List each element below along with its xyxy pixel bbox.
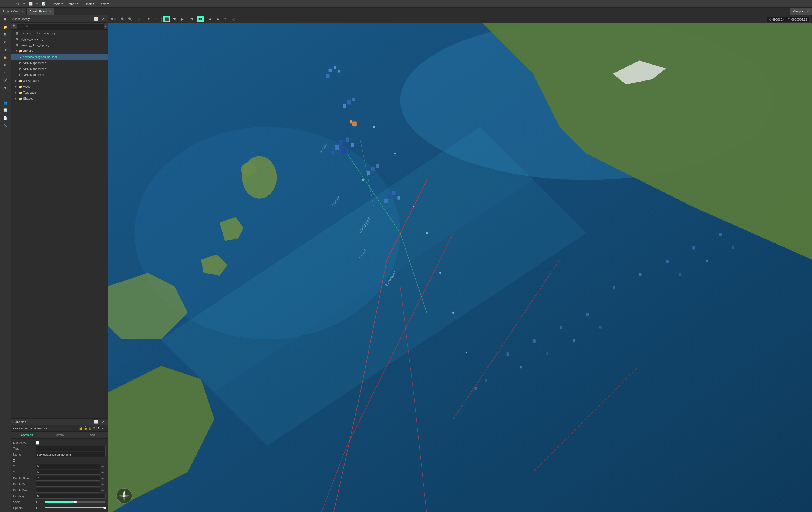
tab-logs[interactable]: Logs [75, 431, 108, 438]
props-maximize[interactable]: ⬜ [93, 419, 99, 425]
lock-icon[interactable]: 🔒 [79, 426, 83, 430]
vp-settings-btn[interactable]: ⚙ ▾ [110, 16, 117, 22]
trash-icon[interactable]: 🗑 [89, 427, 91, 430]
tags-input[interactable] [36, 446, 106, 451]
icon-plus[interactable]: + [1, 92, 9, 99]
icon-chart[interactable]: 📊 [1, 107, 9, 114]
icon-assets[interactable]: 📁 [1, 24, 9, 31]
tab-common[interactable]: Common [11, 431, 43, 438]
action-close[interactable]: ✕ [105, 79, 107, 82]
dot-btn1[interactable]: ● [207, 16, 213, 22]
map-canvas[interactable]: Europipe II Europipe I Statpipe Zeepipe … [108, 23, 812, 512]
back-icon[interactable]: ↩ [2, 1, 7, 7]
tab-close-asset[interactable]: ✕ [49, 10, 51, 13]
tab-project-view[interactable]: Project View ✕ [0, 7, 27, 15]
icon-doc[interactable]: 📄 [1, 115, 9, 121]
depth-max-input[interactable] [36, 488, 100, 492]
tree-item-textlayer[interactable]: ▶ 📁 Text Layer + ✕ [11, 90, 108, 95]
search-input[interactable] [17, 24, 104, 29]
mode-3d-btn[interactable]: 3D [197, 16, 204, 22]
expand-icon: ▶ [15, 79, 18, 82]
action-add[interactable]: + [103, 79, 104, 82]
settings-icon[interactable]: ⚙ [93, 426, 95, 430]
nav-btn2[interactable]: ↑ [153, 16, 160, 22]
panel-maximize[interactable]: ⬜ [93, 16, 99, 22]
action-close[interactable]: ✕ [105, 97, 107, 100]
props-close[interactable]: ✕ [100, 419, 106, 425]
heading-input[interactable] [36, 494, 106, 499]
tab-viewport[interactable]: Viewport ✕ [790, 7, 812, 15]
opacity-track [45, 507, 106, 509]
create-menu[interactable]: Create ▾ [50, 1, 65, 7]
opacity-thumb[interactable] [104, 507, 106, 509]
tree-item-wells[interactable]: ▶ 📁 Wells ⬧ + ✕ [11, 84, 108, 90]
action-add[interactable]: + [103, 50, 104, 52]
fit-btn[interactable]: ⊞ [135, 16, 142, 22]
forward-icon[interactable]: ↪ [8, 1, 14, 7]
copy-icon[interactable]: ⬜ [28, 1, 33, 7]
depth-offset-input[interactable] [36, 476, 100, 481]
tree-item-npd[interactable]: 🖼 NPD Mapserver [11, 72, 108, 78]
tree-item-shapes[interactable]: ▶ 📁 Shapes + ✕ [11, 95, 108, 101]
zoom-out-btn[interactable]: 🔍- [120, 16, 127, 22]
scale-thumb[interactable] [74, 501, 77, 503]
tree-item-3dsurfaces[interactable]: ▶ 📁 3D Surfaces + ✕ [11, 78, 108, 84]
icon-link[interactable]: 🔗 [1, 77, 9, 84]
tree-item-reservoir[interactable]: 🖼 reservoir_texture.copy.png [11, 30, 108, 36]
icon-tools[interactable]: 🔧 [1, 122, 9, 129]
dropdown-icon[interactable]: ▾ [105, 25, 106, 28]
action-close[interactable]: ✕ [105, 91, 107, 94]
mode-2d-btn[interactable]: 2D [189, 16, 196, 22]
dot-btn2[interactable]: ● [214, 16, 222, 22]
edit-icon[interactable]: ✏ [34, 1, 40, 7]
tab-close-project[interactable]: ✕ [22, 10, 24, 13]
more-button[interactable]: More [96, 427, 103, 430]
play-btn[interactable]: ▶ [179, 16, 186, 22]
tree-item-drawing[interactable]: 🖼 drawing_clear_big.png [11, 42, 108, 48]
lock-icon-2[interactable]: 🔓 [84, 426, 87, 430]
y-input[interactable] [36, 470, 100, 475]
tree-item-services[interactable]: ● services.arcgisonline.com [11, 54, 108, 60]
action-close[interactable]: ✕ [105, 85, 107, 88]
tools-menu[interactable]: Tools ▾ [97, 1, 111, 7]
tree-item-arcgis[interactable]: ▼ 📁 ArcGIS + ✕ [11, 48, 108, 54]
action-add[interactable]: + [103, 85, 104, 88]
icon-cursor[interactable]: ↖ [1, 69, 9, 76]
export-menu[interactable]: Export ▾ [81, 1, 97, 7]
tree-item-npd2[interactable]: 🖼 NPD Mapserver #2 [11, 66, 108, 72]
wave-btn[interactable]: 〜 [222, 16, 229, 22]
icon-users[interactable]: 👥 [1, 99, 9, 106]
icon-layers[interactable]: ☰ [1, 16, 9, 23]
compass-btn[interactable]: ◎ [230, 16, 237, 22]
depth-min-input[interactable] [36, 482, 100, 487]
action-add[interactable]: + [103, 91, 104, 94]
icon-eye[interactable]: 👁 [1, 47, 9, 54]
icon-settings[interactable]: ⚙ [1, 39, 9, 46]
icon-star[interactable]: ★ [1, 84, 9, 91]
cut-icon[interactable]: ✂ [21, 1, 27, 7]
import-menu[interactable]: Import ▾ [66, 1, 81, 7]
file-icon: 🖼 [18, 67, 22, 70]
nav-btn1[interactable]: ≋ [145, 16, 152, 22]
x-input[interactable] [36, 464, 100, 469]
action-close[interactable]: ✕ [105, 50, 107, 52]
icon-grid[interactable]: ⊞ [1, 62, 9, 68]
svg-rect-32 [387, 193, 391, 198]
svg-rect-62 [546, 353, 548, 355]
inactive-checkbox[interactable] [36, 441, 39, 445]
tree-item-npd3[interactable]: 🖼 NPD Mapserver #3 [11, 60, 108, 66]
tab-layers[interactable]: Layers [43, 431, 76, 438]
note-icon[interactable]: 📝 [40, 1, 47, 7]
panel-close[interactable]: ✕ [100, 16, 106, 22]
tab-close-viewport[interactable]: ✕ [807, 10, 809, 13]
delete-icon[interactable]: ⊘ [14, 1, 21, 7]
tree-item-oil-gas[interactable]: 🖼 oil_gas_water.png [11, 36, 108, 42]
zoom-in-btn[interactable]: 🔍+ [127, 16, 135, 22]
icon-lock[interactable]: 🔒 [1, 54, 9, 61]
name-input[interactable] [36, 452, 106, 457]
camera-btn[interactable]: 📷 [171, 16, 178, 22]
tab-asset-library[interactable]: Asset Library ✕ [27, 7, 54, 15]
action-add[interactable]: + [103, 97, 104, 100]
icon-search[interactable]: 🔍 [1, 31, 9, 38]
layers-btn[interactable]: ⬛ [163, 16, 170, 22]
